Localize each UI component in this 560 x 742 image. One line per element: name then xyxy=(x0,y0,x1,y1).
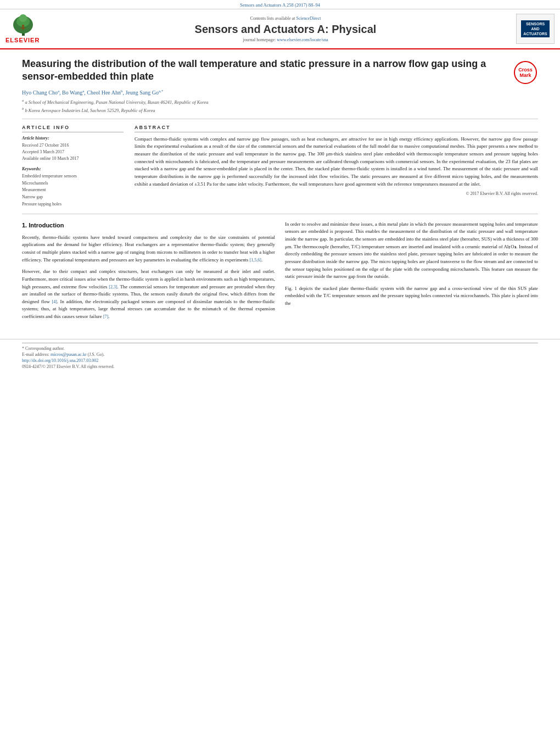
info-abstract-section: ARTICLE INFO Article history: Received 2… xyxy=(22,125,538,208)
article-content: Cross Mark Measuring the distribution of… xyxy=(0,49,560,333)
doi-link[interactable]: http://dx.doi.org/10.1016/j.sna.2017.03.… xyxy=(22,358,98,363)
corresponding-author-note: * Corresponding author. xyxy=(22,346,538,351)
body-para3: In order to resolve and minimize these i… xyxy=(285,221,538,281)
abstract-col: ABSTRACT Compact thermo-fluidic systems … xyxy=(135,125,538,208)
body-para2: However, due to their compact and comple… xyxy=(22,268,275,320)
elsevier-logo: ELSEVIER xyxy=(5,14,55,44)
article-received: Received 27 October 2016 xyxy=(22,142,124,149)
journal-header: ELSEVIER Contents lists available at Sci… xyxy=(0,9,560,49)
journal-reference-bar: Sensors and Actuators A 258 (2017) 88–94 xyxy=(0,0,560,9)
article-history-title: Article history: xyxy=(22,136,124,141)
keywords-section: Keywords: Embedded temperature sensors M… xyxy=(22,166,124,208)
body-right-col: In order to resolve and minimize these i… xyxy=(285,221,538,325)
doi-line: http://dx.doi.org/10.1016/j.sna.2017.03.… xyxy=(22,358,538,363)
keyword-5: Pressure tapping holes xyxy=(22,201,124,208)
ref-link-4[interactable]: [4] xyxy=(52,299,57,304)
abstract-text: Compact thermo-fluidic systems with comp… xyxy=(135,136,538,188)
section1-heading: 1. Introduction xyxy=(22,221,275,230)
authors-line: Hyo Chang Choa, Bo Wanga, Cheol Hee Ahnb… xyxy=(22,89,538,96)
issn-line: 0924-4247/© 2017 Elsevier B.V. All right… xyxy=(22,364,538,369)
footer-divider xyxy=(22,343,538,343)
body-section: 1. Introduction Recently, thermo-fluidic… xyxy=(22,221,538,325)
affiliation-b: b b Korea Aerospace Industries Ltd, Sach… xyxy=(22,107,538,113)
ref-link-7[interactable]: [7] xyxy=(103,314,108,319)
keyword-4: Narrow gap xyxy=(22,194,124,201)
journal-title: Sensors and Actuators A: Physical xyxy=(60,23,511,36)
body-left-col: 1. Introduction Recently, thermo-fluidic… xyxy=(22,221,275,325)
body-para4: Fig. 1 depicts the stacked plate thermo-… xyxy=(285,285,538,308)
author-cho: Hyo Chang Cho xyxy=(22,90,58,96)
sciencedirect-link[interactable]: ScienceDirect xyxy=(296,16,321,21)
elsevier-tree-icon xyxy=(5,14,41,36)
keyword-2: Microchannels xyxy=(22,180,124,187)
ref-link-23[interactable]: [2,3] xyxy=(109,284,117,289)
journal-homepage-link[interactable]: www.elsevier.com/locate/sna xyxy=(277,37,328,42)
body-divider xyxy=(22,214,538,214)
elsevier-wordmark: ELSEVIER xyxy=(5,37,40,43)
affiliation-a: a a School of Mechanical Engineering, Pu… xyxy=(22,98,538,105)
crossmark-badge: Cross Mark xyxy=(513,60,538,86)
svg-text:Mark: Mark xyxy=(519,72,531,78)
article-available: Available online 10 March 2017 xyxy=(22,155,124,162)
keyword-1: Embedded temperature sensors xyxy=(22,173,124,180)
copyright-line: © 2017 Elsevier B.V. All rights reserved… xyxy=(135,191,538,196)
svg-point-3 xyxy=(19,14,27,22)
author-go: Jeung Sang Go xyxy=(125,90,159,96)
sensors-actuators-logo: SENSORS AND ACTUATORS xyxy=(516,14,555,44)
article-info-header: ARTICLE INFO xyxy=(22,125,124,132)
body-para1: Recently, thermo-fluidic systems have te… xyxy=(22,234,275,264)
article-accepted: Accepted 3 March 2017 xyxy=(22,149,124,155)
author-wang: Bo Wang xyxy=(62,90,82,96)
ref-link-156[interactable]: [1,5,6] xyxy=(250,258,261,263)
abstract-header: ABSTRACT xyxy=(135,125,538,132)
email-link[interactable]: micros@pusan.ac.kr xyxy=(51,352,88,357)
article-info-col: ARTICLE INFO Article history: Received 2… xyxy=(22,125,124,208)
author-ahn: Cheol Hee Ahn xyxy=(87,90,121,96)
svg-text:Cross: Cross xyxy=(518,67,533,72)
journal-center-info: Contents lists available at ScienceDirec… xyxy=(60,16,511,42)
email-footnote: E-mail address: micros@pusan.ac.kr (J.S.… xyxy=(22,352,538,357)
journal-reference-text: Sensors and Actuators A 258 (2017) 88–94 xyxy=(240,2,320,8)
keyword-3: Measurement xyxy=(22,187,124,194)
article-divider xyxy=(22,119,538,119)
svg-point-4 xyxy=(22,25,24,27)
contents-available-line: Contents lists available at ScienceDirec… xyxy=(60,16,511,21)
keywords-title: Keywords: xyxy=(22,166,124,171)
footer-area: * Corresponding author. E-mail address: … xyxy=(0,339,560,372)
article-title: Measuring the distribution of the wall t… xyxy=(22,58,538,83)
journal-homepage-line: journal homepage: www.elsevier.com/locat… xyxy=(60,37,511,42)
